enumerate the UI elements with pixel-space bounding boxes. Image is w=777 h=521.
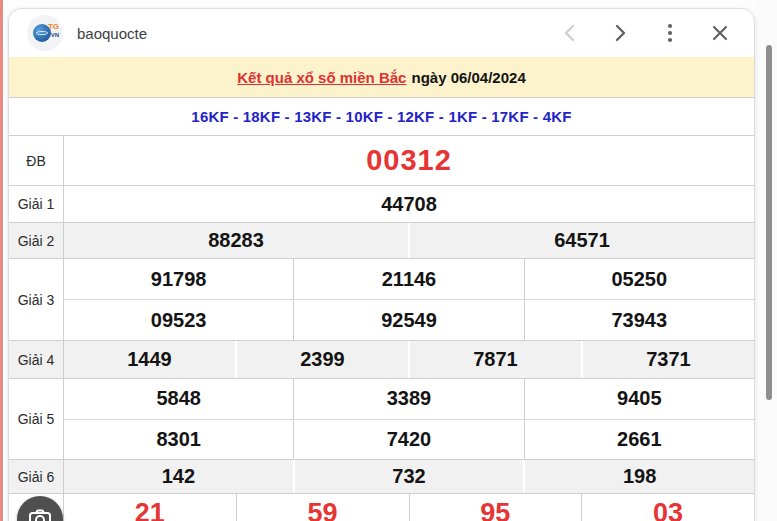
forward-icon[interactable] bbox=[610, 23, 630, 43]
prize-number: 9405 bbox=[524, 379, 754, 419]
close-icon[interactable] bbox=[710, 23, 730, 43]
prize-number: 5848 bbox=[64, 379, 293, 419]
prize-number: 05250 bbox=[524, 259, 754, 299]
widget-card: TG VN baoquocte Kết quả xổ số miền Bắc n… bbox=[8, 8, 755, 521]
prize-values: 142732198 bbox=[64, 460, 754, 493]
prize-row-g3: Giải 3917982114605250095239254973943 bbox=[9, 258, 754, 340]
prize-label: Giải 2 bbox=[9, 223, 64, 258]
prize-number: 00312 bbox=[64, 136, 754, 185]
prize-subrow: 830174202661 bbox=[64, 419, 754, 460]
widget-title: baoquocte bbox=[77, 25, 147, 42]
prize-number: 142 bbox=[64, 460, 293, 493]
prize-number: 7371 bbox=[581, 341, 754, 378]
result-date: ngày 06/04/2024 bbox=[411, 69, 525, 86]
prize-values: 8828364571 bbox=[64, 223, 754, 258]
prize-number: 7871 bbox=[408, 341, 581, 378]
left-edge-stripe bbox=[0, 0, 3, 521]
prize-number: 91798 bbox=[64, 259, 293, 299]
prize-number: 44708 bbox=[64, 186, 754, 222]
prize-number: 92549 bbox=[293, 300, 523, 340]
prize-number: 7420 bbox=[293, 420, 523, 460]
more-options-icon[interactable] bbox=[660, 23, 680, 43]
prize-row-g5: Giải 5584833899405830174202661 bbox=[9, 378, 754, 459]
site-avatar: TG VN bbox=[27, 15, 63, 51]
prize-number: 1449 bbox=[64, 341, 235, 378]
scrollbar-thumb[interactable] bbox=[766, 45, 772, 400]
prize-number: 732 bbox=[293, 460, 524, 493]
prize-values: 21599503 bbox=[64, 494, 754, 521]
prize-label: Giải 1 bbox=[9, 186, 64, 222]
prize-number: 95 bbox=[409, 494, 582, 521]
prize-number: 8301 bbox=[64, 420, 293, 460]
prize-subrow: 584833899405 bbox=[64, 379, 754, 419]
prize-subrow: 917982114605250 bbox=[64, 259, 754, 299]
prize-values: 917982114605250095239254973943 bbox=[64, 259, 754, 340]
results-table: ĐB00312Giải 144708Giải 28828364571Giải 3… bbox=[9, 135, 754, 521]
prize-number: 2399 bbox=[235, 341, 408, 378]
prize-row-g4: Giải 41449239978717371 bbox=[9, 340, 754, 378]
prize-number: 64571 bbox=[408, 223, 754, 258]
logo-tg-text: TG bbox=[48, 23, 59, 31]
prize-subrow: 095239254973943 bbox=[64, 299, 754, 340]
prize-values: 44708 bbox=[64, 186, 754, 222]
prize-number: 2661 bbox=[524, 420, 754, 460]
prize-number: 21146 bbox=[293, 259, 523, 299]
prize-label: Giải 3 bbox=[9, 259, 64, 340]
prize-number: 3389 bbox=[293, 379, 523, 419]
prize-number: 21 bbox=[64, 494, 236, 521]
prize-label: ĐB bbox=[9, 136, 64, 185]
prize-values: 1449239978717371 bbox=[64, 341, 754, 378]
logo-vn-text: VN bbox=[51, 32, 59, 38]
prize-number: 03 bbox=[581, 494, 754, 521]
prize-number: 198 bbox=[523, 460, 754, 493]
prize-number: 88283 bbox=[64, 223, 408, 258]
window-controls bbox=[560, 23, 736, 43]
prize-number: 73943 bbox=[524, 300, 754, 340]
title-bar: TG VN baoquocte bbox=[9, 9, 754, 57]
back-icon[interactable] bbox=[560, 23, 580, 43]
prize-number: 59 bbox=[236, 494, 409, 521]
prize-row-g2: Giải 28828364571 bbox=[9, 222, 754, 258]
prize-row-g6: Giải 6142732198 bbox=[9, 459, 754, 493]
prize-row-g1: Giải 144708 bbox=[9, 185, 754, 222]
result-banner: Kết quả xổ số miền Bắc ngày 06/04/2024 bbox=[9, 57, 754, 97]
prize-row-g7: 21599503 bbox=[9, 493, 754, 521]
prize-label: Giải 6 bbox=[9, 460, 64, 493]
prize-row-db: ĐB00312 bbox=[9, 135, 754, 185]
station-codes: 16KF - 18KF - 13KF - 10KF - 12KF - 1KF -… bbox=[9, 97, 754, 135]
prize-values: 584833899405830174202661 bbox=[64, 379, 754, 459]
prize-values: 00312 bbox=[64, 136, 754, 185]
prize-label: Giải 5 bbox=[9, 379, 64, 459]
prize-number: 09523 bbox=[64, 300, 293, 340]
prize-label: Giải 4 bbox=[9, 341, 64, 378]
result-link[interactable]: Kết quả xổ số miền Bắc bbox=[237, 69, 406, 86]
